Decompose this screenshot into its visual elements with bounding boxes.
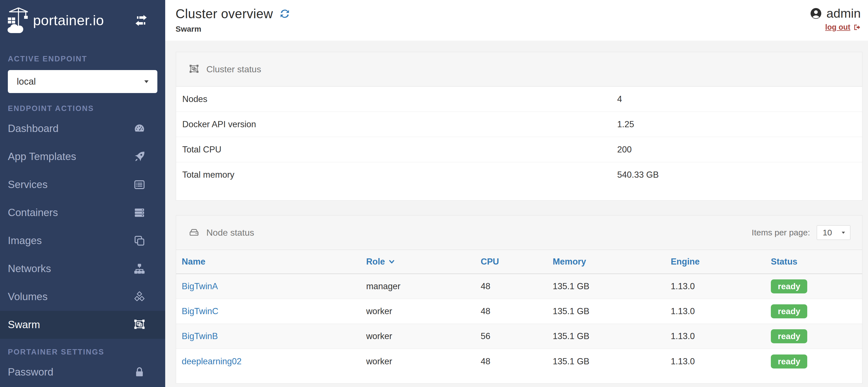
- cluster-stat-label: Docker API version: [176, 119, 617, 129]
- node-memory: 135.1 GB: [553, 281, 671, 292]
- sitemap-icon: [133, 263, 146, 275]
- server-icon: [133, 207, 146, 219]
- sidebar-item-networks[interactable]: Networks: [0, 255, 165, 283]
- items-per-page-value: 10: [823, 228, 832, 237]
- logout-label: log out: [825, 23, 850, 32]
- cluster-stat-value: 200: [617, 145, 632, 155]
- node-cpu: 48: [481, 306, 553, 317]
- clone-icon: [133, 235, 146, 247]
- column-header-label: Memory: [553, 257, 586, 267]
- active-endpoint-heading: ACTIVE ENDPOINT: [0, 55, 165, 63]
- node-row: BigTwinCworker48135.1 GB1.13.0ready: [176, 299, 862, 324]
- column-header-label: Role: [366, 257, 385, 267]
- status-badge: ready: [771, 329, 807, 343]
- sidebar-item-label: Swarm: [8, 319, 40, 331]
- sidebar-settings-menu: Password: [0, 358, 165, 386]
- endpoint-select[interactable]: local: [8, 70, 157, 93]
- cubes-icon: [133, 291, 146, 303]
- sidebar-item-dashboard[interactable]: Dashboard: [0, 115, 165, 143]
- node-engine: 1.13.0: [671, 281, 771, 292]
- node-name-link[interactable]: BigTwinA: [182, 281, 218, 292]
- endpoint-select-value: local: [17, 76, 36, 87]
- sidebar-item-label: Dashboard: [8, 123, 59, 135]
- sidebar-item-images[interactable]: Images: [0, 227, 165, 255]
- page-content: Cluster status Nodes4Docker API version1…: [165, 41, 868, 387]
- node-row: BigTwinBworker56135.1 GB1.13.0ready: [176, 324, 862, 349]
- sidebar-menu: DashboardApp TemplatesServicesContainers…: [0, 115, 165, 339]
- tachometer-icon: [133, 122, 146, 135]
- column-header-label: CPU: [481, 257, 499, 267]
- sidebar-item-services[interactable]: Services: [0, 171, 165, 199]
- cluster-stat-label: Total memory: [176, 170, 617, 180]
- sidebar-item-swarm[interactable]: Swarm: [0, 311, 165, 339]
- user-circle-icon: [809, 7, 823, 20]
- sidebar-item-label: Volumes: [8, 291, 48, 303]
- column-header-cpu[interactable]: CPU: [481, 257, 553, 267]
- node-table-header: NameRoleCPUMemoryEngineStatus: [176, 250, 862, 274]
- node-row: BigTwinAmanager48135.1 GB1.13.0ready: [176, 274, 862, 299]
- sidebar-item-label: App Templates: [8, 151, 76, 162]
- node-memory: 135.1 GB: [553, 306, 671, 317]
- node-status-header: Node status Items per page: 10: [176, 215, 862, 250]
- rocket-icon: [133, 150, 146, 163]
- node-name-link[interactable]: deeplearning02: [182, 356, 242, 366]
- sidebar-item-label: Networks: [8, 263, 51, 275]
- user-block: admin log out: [809, 6, 861, 41]
- sidebar-item-label: Images: [8, 235, 42, 247]
- sidebar-item-containers[interactable]: Containers: [0, 199, 165, 227]
- portainer-settings-heading: PORTAINER SETTINGS: [0, 348, 165, 356]
- cluster-status-row: Total CPU200: [176, 137, 862, 162]
- sidebar-item-label: Password: [8, 366, 53, 378]
- column-header-status[interactable]: Status: [771, 257, 862, 267]
- sidebar-item-app-templates[interactable]: App Templates: [0, 143, 165, 171]
- logout-link[interactable]: log out: [809, 23, 861, 32]
- node-status-panel: Node status Items per page: 10 NameRoleC…: [176, 215, 862, 384]
- cluster-stat-value: 1.25: [617, 119, 634, 129]
- topbar: Cluster overview Swarm admin: [165, 0, 868, 41]
- exchange-endpoint-icon[interactable]: [134, 14, 148, 27]
- sort-chevron-down-icon: [389, 258, 395, 265]
- node-role: manager: [366, 281, 481, 292]
- hdd-icon: [189, 227, 199, 238]
- column-header-engine[interactable]: Engine: [671, 257, 771, 267]
- list-alt-icon: [133, 179, 146, 191]
- cluster-stat-value: 540.33 GB: [617, 170, 658, 180]
- node-cpu: 56: [481, 331, 553, 341]
- column-header-label: Name: [182, 257, 205, 267]
- object-group-icon: [133, 319, 146, 331]
- select-caret-icon: [143, 78, 150, 85]
- column-header-name[interactable]: Name: [176, 257, 366, 267]
- cluster-stat-value: 4: [617, 94, 622, 104]
- cluster-status-row: Nodes4: [176, 87, 862, 112]
- sign-out-icon: [853, 24, 861, 31]
- page-title: Cluster overview: [176, 6, 273, 21]
- column-header-memory[interactable]: Memory: [553, 257, 671, 267]
- sidebar-item-password[interactable]: Password: [0, 358, 165, 386]
- cluster-status-table: Nodes4Docker API version1.25Total CPU200…: [176, 87, 862, 200]
- portainer-crane-icon: [5, 6, 32, 35]
- refresh-icon[interactable]: [279, 8, 290, 19]
- node-cpu: 48: [481, 281, 553, 292]
- sidebar-logo-row: portainer.io: [0, 0, 165, 41]
- node-role: worker: [366, 306, 481, 317]
- lock-icon: [133, 366, 146, 378]
- logo-text: portainer.io: [33, 12, 104, 29]
- endpoint-actions-heading: ENDPOINT ACTIONS: [0, 104, 165, 113]
- node-engine: 1.13.0: [671, 356, 771, 366]
- node-memory: 135.1 GB: [553, 331, 671, 341]
- portainer-logo[interactable]: portainer.io: [5, 6, 104, 35]
- items-per-page-label: Items per page:: [752, 228, 810, 237]
- node-cpu: 48: [481, 356, 553, 366]
- column-header-role[interactable]: Role: [366, 257, 481, 267]
- cluster-status-row: Total memory540.33 GB: [176, 162, 862, 187]
- node-name-link[interactable]: BigTwinC: [182, 306, 218, 317]
- items-per-page-select[interactable]: 10: [817, 225, 850, 240]
- node-row: deeplearning02worker48135.1 GB1.13.0read…: [176, 349, 862, 374]
- node-name-link[interactable]: BigTwinB: [182, 331, 218, 341]
- items-per-page: Items per page: 10: [752, 225, 850, 240]
- user-name: admin: [826, 6, 861, 21]
- select-caret-icon: [841, 230, 846, 235]
- sidebar-item-volumes[interactable]: Volumes: [0, 283, 165, 311]
- cluster-status-row: Docker API version1.25: [176, 112, 862, 137]
- cluster-status-panel: Cluster status Nodes4Docker API version1…: [176, 52, 862, 201]
